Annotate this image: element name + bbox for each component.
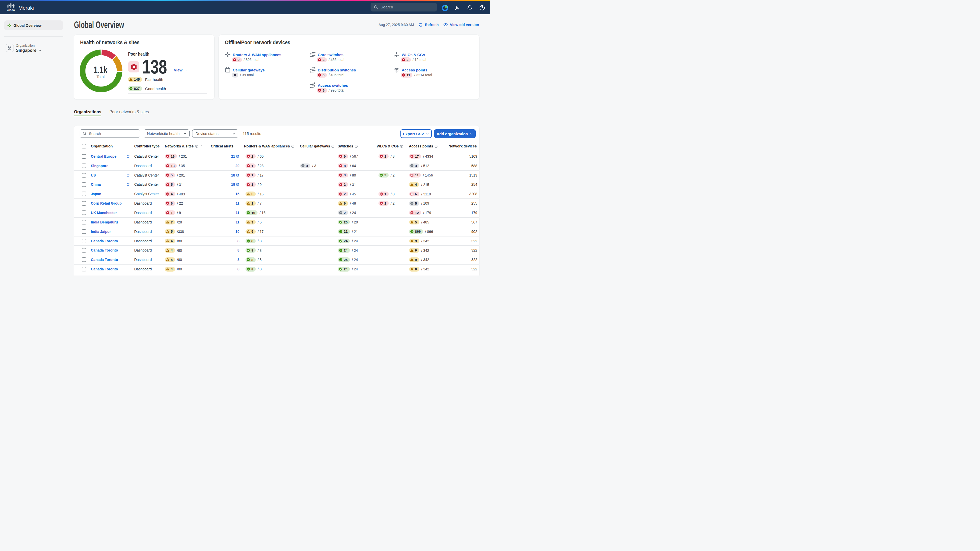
svg-text:cisco: cisco [7,8,15,11]
